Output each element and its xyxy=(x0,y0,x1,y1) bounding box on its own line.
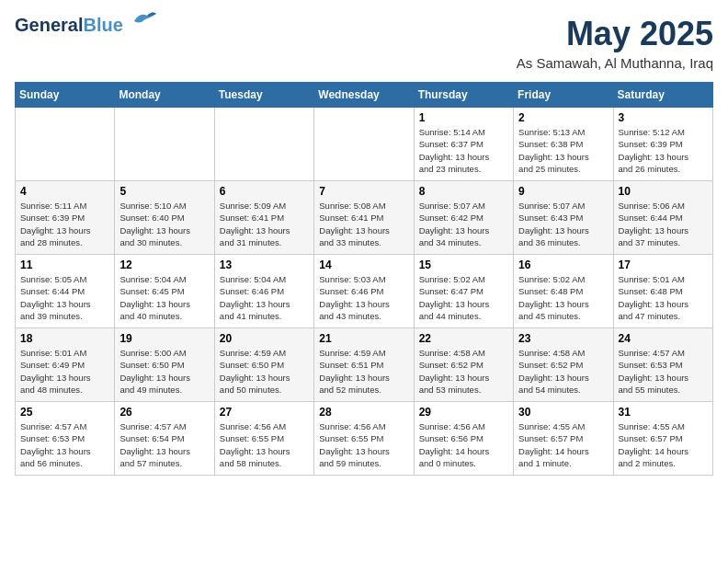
calendar-cell: 14Sunrise: 5:03 AM Sunset: 6:46 PM Dayli… xyxy=(314,255,414,328)
day-info: Sunrise: 4:56 AM Sunset: 6:55 PM Dayligh… xyxy=(220,420,309,469)
calendar-header-row: SundayMondayTuesdayWednesdayThursdayFrid… xyxy=(16,83,713,108)
day-number: 28 xyxy=(319,406,408,419)
day-number: 26 xyxy=(119,406,209,419)
day-info: Sunrise: 5:00 AM Sunset: 6:50 PM Dayligh… xyxy=(119,347,209,396)
col-header-friday: Friday xyxy=(514,83,613,108)
logo: GeneralBlue xyxy=(15,15,156,35)
day-number: 7 xyxy=(319,185,408,198)
logo-bird-icon xyxy=(127,10,156,30)
day-number: 31 xyxy=(619,406,708,419)
calendar-cell: 4Sunrise: 5:11 AM Sunset: 6:39 PM Daylig… xyxy=(16,181,115,255)
week-row-4: 18Sunrise: 5:01 AM Sunset: 6:49 PM Dayli… xyxy=(16,328,713,402)
day-info: Sunrise: 4:58 AM Sunset: 6:52 PM Dayligh… xyxy=(518,347,608,396)
day-number: 18 xyxy=(20,332,109,345)
day-info: Sunrise: 5:01 AM Sunset: 6:49 PM Dayligh… xyxy=(20,347,109,396)
day-info: Sunrise: 4:56 AM Sunset: 6:55 PM Dayligh… xyxy=(319,420,408,469)
week-row-2: 4Sunrise: 5:11 AM Sunset: 6:39 PM Daylig… xyxy=(16,181,713,255)
day-number: 11 xyxy=(20,259,109,271)
calendar-cell: 17Sunrise: 5:01 AM Sunset: 6:48 PM Dayli… xyxy=(613,255,712,328)
calendar-cell: 1Sunrise: 5:14 AM Sunset: 6:37 PM Daylig… xyxy=(414,108,513,181)
day-number: 19 xyxy=(119,332,209,345)
day-info: Sunrise: 5:11 AM Sunset: 6:39 PM Dayligh… xyxy=(20,200,109,248)
calendar-cell: 22Sunrise: 4:58 AM Sunset: 6:52 PM Dayli… xyxy=(414,328,513,402)
day-number: 20 xyxy=(220,332,309,345)
day-info: Sunrise: 5:05 AM Sunset: 6:44 PM Dayligh… xyxy=(20,273,109,322)
day-info: Sunrise: 5:07 AM Sunset: 6:42 PM Dayligh… xyxy=(419,200,508,248)
calendar-cell: 3Sunrise: 5:12 AM Sunset: 6:39 PM Daylig… xyxy=(613,108,712,181)
day-info: Sunrise: 5:08 AM Sunset: 6:41 PM Dayligh… xyxy=(319,200,408,248)
day-info: Sunrise: 4:59 AM Sunset: 6:51 PM Dayligh… xyxy=(319,347,408,396)
calendar-cell: 24Sunrise: 4:57 AM Sunset: 6:53 PM Dayli… xyxy=(613,328,712,402)
day-info: Sunrise: 5:02 AM Sunset: 6:47 PM Dayligh… xyxy=(419,273,508,322)
day-info: Sunrise: 4:57 AM Sunset: 6:53 PM Dayligh… xyxy=(20,420,109,469)
week-row-3: 11Sunrise: 5:05 AM Sunset: 6:44 PM Dayli… xyxy=(16,255,713,328)
calendar-cell: 11Sunrise: 5:05 AM Sunset: 6:44 PM Dayli… xyxy=(16,255,115,328)
week-row-5: 25Sunrise: 4:57 AM Sunset: 6:53 PM Dayli… xyxy=(16,402,713,476)
calendar-cell: 5Sunrise: 5:10 AM Sunset: 6:40 PM Daylig… xyxy=(115,181,214,255)
day-info: Sunrise: 5:03 AM Sunset: 6:46 PM Dayligh… xyxy=(319,273,408,322)
calendar-cell xyxy=(16,108,115,181)
day-number: 5 xyxy=(119,185,209,198)
day-number: 1 xyxy=(419,111,508,124)
day-info: Sunrise: 4:55 AM Sunset: 6:57 PM Dayligh… xyxy=(619,420,708,469)
calendar-cell: 6Sunrise: 5:09 AM Sunset: 6:41 PM Daylig… xyxy=(214,181,313,255)
logo-text: GeneralBlue xyxy=(15,15,123,35)
day-info: Sunrise: 4:56 AM Sunset: 6:56 PM Dayligh… xyxy=(419,420,508,469)
col-header-wednesday: Wednesday xyxy=(314,83,414,108)
calendar-cell xyxy=(314,108,414,181)
col-header-monday: Monday xyxy=(115,83,214,108)
day-number: 25 xyxy=(20,406,109,419)
col-header-thursday: Thursday xyxy=(414,83,513,108)
day-info: Sunrise: 5:06 AM Sunset: 6:44 PM Dayligh… xyxy=(619,200,708,248)
calendar-cell: 30Sunrise: 4:55 AM Sunset: 6:57 PM Dayli… xyxy=(514,402,613,476)
day-info: Sunrise: 4:57 AM Sunset: 6:54 PM Dayligh… xyxy=(119,420,209,469)
week-row-1: 1Sunrise: 5:14 AM Sunset: 6:37 PM Daylig… xyxy=(16,108,713,181)
day-number: 8 xyxy=(419,185,508,198)
day-info: Sunrise: 5:13 AM Sunset: 6:38 PM Dayligh… xyxy=(518,126,608,175)
day-number: 17 xyxy=(619,259,708,271)
col-header-sunday: Sunday xyxy=(16,83,115,108)
day-number: 4 xyxy=(20,185,109,198)
col-header-tuesday: Tuesday xyxy=(214,83,313,108)
calendar-cell xyxy=(214,108,313,181)
day-info: Sunrise: 5:07 AM Sunset: 6:43 PM Dayligh… xyxy=(518,200,608,248)
day-number: 23 xyxy=(518,332,608,345)
calendar-title: May 2025 xyxy=(517,15,713,53)
calendar-cell: 2Sunrise: 5:13 AM Sunset: 6:38 PM Daylig… xyxy=(514,108,613,181)
day-info: Sunrise: 5:01 AM Sunset: 6:48 PM Dayligh… xyxy=(619,273,708,322)
day-info: Sunrise: 5:12 AM Sunset: 6:39 PM Dayligh… xyxy=(619,126,708,175)
title-block: May 2025 As Samawah, Al Muthanna, Iraq xyxy=(517,15,713,71)
calendar-cell: 18Sunrise: 5:01 AM Sunset: 6:49 PM Dayli… xyxy=(16,328,115,402)
day-info: Sunrise: 5:09 AM Sunset: 6:41 PM Dayligh… xyxy=(220,200,309,248)
calendar-cell: 31Sunrise: 4:55 AM Sunset: 6:57 PM Dayli… xyxy=(613,402,712,476)
day-number: 21 xyxy=(319,332,408,345)
day-number: 10 xyxy=(619,185,708,198)
calendar-cell: 19Sunrise: 5:00 AM Sunset: 6:50 PM Dayli… xyxy=(115,328,214,402)
col-header-saturday: Saturday xyxy=(613,83,712,108)
calendar-table: SundayMondayTuesdayWednesdayThursdayFrid… xyxy=(15,82,713,476)
day-info: Sunrise: 5:10 AM Sunset: 6:40 PM Dayligh… xyxy=(119,200,209,248)
page-header: GeneralBlue May 2025 As Samawah, Al Muth… xyxy=(15,15,713,71)
day-info: Sunrise: 5:02 AM Sunset: 6:48 PM Dayligh… xyxy=(518,273,608,322)
calendar-cell: 28Sunrise: 4:56 AM Sunset: 6:55 PM Dayli… xyxy=(314,402,414,476)
day-number: 2 xyxy=(518,111,608,124)
day-number: 14 xyxy=(319,259,408,271)
day-number: 22 xyxy=(419,332,508,345)
day-info: Sunrise: 4:55 AM Sunset: 6:57 PM Dayligh… xyxy=(518,420,608,469)
day-number: 3 xyxy=(619,111,708,124)
calendar-cell xyxy=(115,108,214,181)
calendar-cell: 12Sunrise: 5:04 AM Sunset: 6:45 PM Dayli… xyxy=(115,255,214,328)
day-number: 30 xyxy=(518,406,608,419)
day-number: 6 xyxy=(220,185,309,198)
calendar-cell: 10Sunrise: 5:06 AM Sunset: 6:44 PM Dayli… xyxy=(613,181,712,255)
calendar-cell: 29Sunrise: 4:56 AM Sunset: 6:56 PM Dayli… xyxy=(414,402,513,476)
calendar-cell: 20Sunrise: 4:59 AM Sunset: 6:50 PM Dayli… xyxy=(214,328,313,402)
day-info: Sunrise: 4:58 AM Sunset: 6:52 PM Dayligh… xyxy=(419,347,508,396)
day-number: 9 xyxy=(518,185,608,198)
calendar-subtitle: As Samawah, Al Muthanna, Iraq xyxy=(517,55,713,71)
day-info: Sunrise: 4:59 AM Sunset: 6:50 PM Dayligh… xyxy=(220,347,309,396)
calendar-cell: 16Sunrise: 5:02 AM Sunset: 6:48 PM Dayli… xyxy=(514,255,613,328)
calendar-cell: 7Sunrise: 5:08 AM Sunset: 6:41 PM Daylig… xyxy=(314,181,414,255)
calendar-cell: 26Sunrise: 4:57 AM Sunset: 6:54 PM Dayli… xyxy=(115,402,214,476)
day-number: 27 xyxy=(220,406,309,419)
